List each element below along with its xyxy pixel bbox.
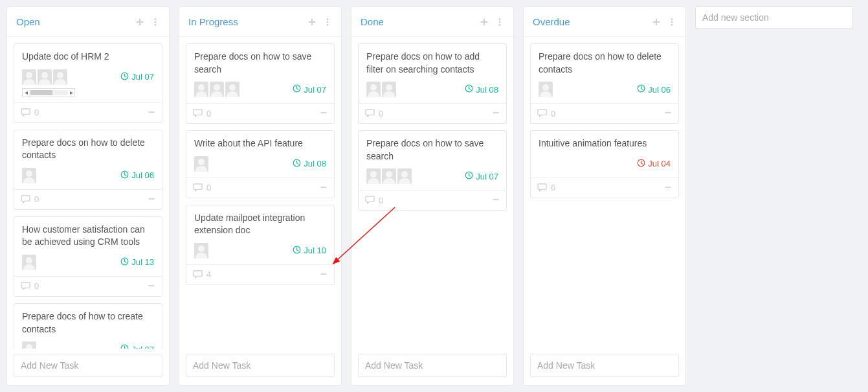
task-card[interactable]: Prepare docs on how to delete contactsJu… [14,130,162,210]
comments[interactable]: 0 [365,108,383,119]
collapse-icon[interactable] [664,108,672,119]
avatar[interactable] [194,243,208,259]
avatar[interactable] [194,82,208,97]
collapse-icon[interactable] [320,183,328,193]
column-title[interactable]: Overdue [533,16,570,27]
svg-point-27 [671,18,673,20]
column-title[interactable]: Done [361,16,384,27]
comments[interactable]: 0 [537,108,555,119]
card-body: Intuitive animation featuresJul 04 [531,131,678,178]
menu-icon[interactable] [151,17,160,27]
card-title: Write about the API feature [194,137,326,150]
column-title[interactable]: In Progress [188,16,238,27]
avatar[interactable] [366,168,381,184]
comment-count: 0 [34,281,39,291]
svg-rect-6 [149,198,155,200]
avatar[interactable] [22,255,36,270]
collapse-icon[interactable] [148,281,155,292]
svg-rect-4 [149,111,155,113]
due-text: Jul 07 [476,172,498,181]
comments[interactable]: 0 [365,194,383,206]
due-date: Jul 04 [637,159,671,169]
collapse-icon[interactable] [492,195,500,205]
comment-icon [21,194,30,205]
collapse-icon[interactable] [492,108,500,119]
comments[interactable]: 0 [21,194,39,205]
card-meta: Jul 07 [194,81,326,98]
overflow-scrollbar[interactable]: ◂▸ [22,88,75,97]
menu-icon[interactable] [495,17,504,27]
plus-icon[interactable] [307,17,317,27]
due-text: Jul 07 [304,85,326,95]
task-card[interactable]: Update doc of HRM 2Jul 07◂▸0 [14,43,162,123]
comments[interactable]: 0 [193,108,211,119]
avatar[interactable] [210,82,224,97]
collapse-icon[interactable] [320,270,328,280]
avatar[interactable] [53,69,67,85]
task-card[interactable]: Prepare docs on how to add filter on sea… [358,43,507,124]
task-card[interactable]: How customer satisfaction can be achieve… [14,216,162,297]
avatar[interactable] [539,82,553,97]
comment-icon [193,108,203,119]
collapse-icon[interactable] [320,108,328,119]
task-card[interactable]: Intuitive animation featuresJul 046 [530,130,679,198]
avatar[interactable] [225,82,239,97]
menu-icon[interactable] [667,17,676,27]
comments[interactable]: 4 [193,269,211,281]
avatar[interactable] [22,168,36,183]
plus-icon[interactable] [480,17,489,27]
avatar[interactable] [366,82,381,97]
menu-icon[interactable] [323,17,332,27]
task-card[interactable]: Prepare docs on how to save searchJul 07… [186,43,335,124]
plus-icon[interactable] [135,17,144,27]
card-body: Write about the API featureJul 08 [186,131,334,178]
add-task-input[interactable] [14,354,162,377]
collapse-icon[interactable] [664,183,672,193]
add-task-input[interactable] [530,354,679,377]
column-header: In Progress [179,7,341,37]
comments[interactable]: 0 [193,182,211,194]
task-card[interactable]: Prepare docs on how to save searchJul 07… [358,130,507,211]
add-task-input[interactable] [186,354,335,377]
card-body: Prepare docs on how to save searchJul 07 [359,131,506,190]
task-card[interactable]: Update mailpoet integration extension do… [186,205,335,285]
avatar[interactable] [382,82,396,97]
due-date: Jul 07 [120,344,154,349]
comment-count: 0 [34,194,39,204]
column-title[interactable]: Open [16,16,40,27]
due-text: Jul 10 [304,246,326,255]
avatar[interactable] [382,168,396,184]
task-card[interactable]: Prepare docs of how to create contactsJu… [14,303,162,349]
avatar[interactable] [397,168,412,184]
add-section-input[interactable] [695,6,853,29]
clock-icon [465,84,473,95]
avatar-group [194,82,239,97]
avatar[interactable] [194,156,208,172]
comment-icon [365,108,375,119]
task-card[interactable]: Prepare docs on how to delete contactsJu… [530,43,679,124]
comment-count: 0 [206,109,211,119]
comments[interactable]: 0 [21,107,39,119]
due-date: Jul 06 [637,84,671,95]
avatar[interactable] [22,69,36,85]
comments[interactable]: 0 [21,281,39,292]
card-meta: Jul 08 [366,81,498,98]
comment-count: 0 [34,108,39,117]
column-header: Overdue [524,7,685,37]
clock-icon [637,159,645,169]
avatar[interactable] [22,341,36,349]
collapse-icon[interactable] [148,108,155,118]
collapse-icon[interactable] [148,194,155,205]
comments[interactable]: 6 [537,182,555,194]
avatar[interactable] [38,69,52,85]
due-date: Jul 07 [465,171,498,181]
comment-icon [365,194,375,206]
svg-rect-31 [665,112,671,113]
task-card[interactable]: Write about the API featureJul 080 [186,130,335,198]
svg-rect-15 [321,112,327,113]
due-text: Jul 06 [648,85,671,95]
add-task-input[interactable] [358,354,507,377]
clock-icon [293,246,301,256]
plus-icon[interactable] [652,17,661,27]
svg-point-29 [671,23,673,25]
